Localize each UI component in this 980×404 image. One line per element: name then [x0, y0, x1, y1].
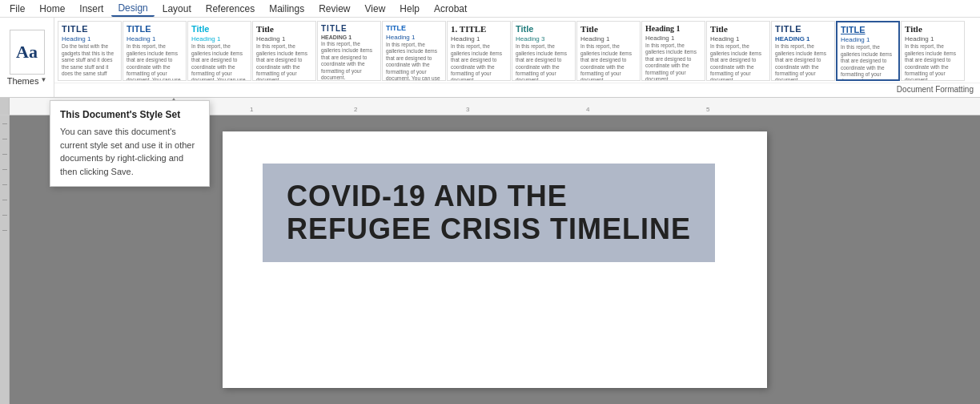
style-set-9[interactable]: Title Heading 1 In this report, the gall… [576, 21, 641, 81]
menu-design[interactable]: Design [111, 1, 154, 17]
ss4-heading: Heading 1 [256, 35, 312, 42]
ss6-title: TITLE [386, 24, 442, 33]
doc-title-block: COVID-19 AND THE REFUGEE CRISIS TIMELINE [263, 164, 715, 262]
menu-help[interactable]: Help [393, 2, 426, 16]
ss9-body: In this report, the galleries include it… [580, 43, 637, 81]
ss3-heading: Heading 1 [191, 35, 247, 42]
ss8-heading: Heading 3 [516, 35, 572, 42]
ss12-heading: HEADING 1 [775, 35, 831, 42]
style-set-2[interactable]: TITLE Heading 1 In this report, the gall… [122, 21, 187, 81]
ss5-heading: HEADING 1 [321, 34, 377, 40]
menu-mailings[interactable]: Mailings [263, 2, 311, 16]
tooltip-body: You can save this document's current sty… [60, 125, 199, 178]
ss6-heading: Heading 1 [386, 34, 442, 41]
ss14-body: In this report, the galleries include it… [905, 43, 961, 81]
style-set-12[interactable]: TITLE HEADING 1 In this report, the gall… [771, 21, 835, 81]
style-set-8[interactable]: Title Heading 3 In this report, the gall… [512, 21, 576, 81]
ss1-heading: Heading 1 [62, 35, 118, 42]
style-sets-container: TITLE Heading 1 Do the twist with the ga… [54, 18, 980, 97]
style-sets-label: Document Formatting [54, 83, 980, 95]
ss9-heading: Heading 1 [580, 35, 637, 42]
ss9-title: Title [580, 24, 637, 34]
ss14-heading: Heading 1 [905, 35, 961, 42]
doc-main-title-line2: REFUGEE CRISIS TIMELINE [287, 212, 691, 245]
ss11-body: In this report, the galleries include it… [710, 43, 766, 81]
ss10-body: In this report, the galleries include it… [645, 42, 701, 81]
ss4-title: Title [256, 24, 312, 34]
ss14-title: Title [905, 24, 961, 34]
tooltip-title: This Document's Style Set [60, 109, 199, 120]
ss5-title: TITLE [321, 24, 377, 34]
themes-icon: Aa [10, 30, 45, 75]
ss7-heading: Heading 1 [451, 35, 507, 42]
ss3-body: In this report, the galleries include it… [191, 43, 247, 81]
ss13-title: TITLE [841, 25, 895, 35]
ss8-body: In this report, the galleries include it… [516, 43, 572, 81]
ss13-body: In this report, the galleries include it… [841, 44, 895, 81]
menu-insert[interactable]: Insert [73, 2, 110, 16]
menu-references[interactable]: References [199, 2, 261, 16]
ss12-title: TITLE [775, 24, 831, 34]
menu-view[interactable]: View [359, 2, 392, 16]
document-page: COVID-19 AND THE REFUGEE CRISIS TIMELINE [223, 131, 767, 388]
menu-home[interactable]: Home [33, 2, 71, 16]
style-set-10[interactable]: Heading 1 Heading 1 In this report, the … [641, 21, 705, 81]
ss7-title: 1. TITLE [451, 24, 507, 34]
menubar: File Home Insert Design Layout Reference… [0, 0, 980, 18]
left-margin-bar [0, 115, 10, 404]
ss1-body: Do the twist with the gadgets that this … [62, 43, 118, 77]
themes-dropdown-arrow: ▼ [40, 76, 46, 83]
style-set-6[interactable]: TITLE Heading 1 In this report, the gall… [382, 21, 446, 81]
ss2-title: TITLE [127, 24, 183, 34]
ribbon: Aa Themes ▼ TITLE Heading 1 Do the twist… [0, 18, 980, 98]
ss12-body: In this report, the galleries include it… [775, 43, 831, 81]
ss6-body: In this report, the galleries include it… [386, 42, 442, 81]
ss11-heading: Heading 1 [710, 35, 766, 42]
menu-layout[interactable]: Layout [156, 2, 198, 16]
main-area: This Document's Style Set You can save t… [0, 115, 980, 404]
menu-acrobat[interactable]: Acrobat [428, 2, 473, 16]
menu-file[interactable]: File [3, 2, 31, 16]
ss2-body: In this report, the galleries include it… [127, 43, 183, 81]
style-set-3[interactable]: Title Heading 1 In this report, the gall… [187, 21, 251, 81]
ss11-title: Title [710, 24, 766, 34]
style-set-4[interactable]: Title Heading 1 In this report, the gall… [252, 21, 316, 81]
menu-review[interactable]: Review [312, 2, 356, 16]
style-set-1[interactable]: TITLE Heading 1 Do the twist with the ga… [58, 21, 122, 81]
themes-button[interactable]: Aa Themes ▼ [0, 18, 54, 97]
style-sets-scroll: TITLE Heading 1 Do the twist with the ga… [54, 19, 980, 83]
ss4-body: In this report, the galleries include it… [256, 43, 312, 81]
doc-main-title-line1: COVID-19 AND THE [287, 180, 691, 212]
themes-label: Themes [7, 76, 39, 86]
ss13-heading: Heading 1 [841, 36, 895, 43]
style-set-14[interactable]: Title Heading 1 In this report, the gall… [901, 21, 965, 81]
ss7-body: In this report, the galleries include it… [451, 43, 507, 81]
ss8-title: Title [516, 24, 572, 34]
tooltip-box: This Document's Style Set You can save t… [50, 100, 210, 187]
ruler-left-margin [0, 98, 10, 115]
style-set-11[interactable]: Title Heading 1 In this report, the gall… [706, 21, 770, 81]
style-set-13[interactable]: TITLE Heading 1 In this report, the gall… [836, 21, 900, 81]
ss10-title: Heading 1 [645, 24, 701, 34]
ss1-title: TITLE [62, 24, 118, 34]
ss3-title: Title [191, 24, 247, 34]
style-set-7[interactable]: 1. TITLE Heading 1 In this report, the g… [447, 21, 511, 81]
ss2-heading: Heading 1 [127, 35, 183, 42]
style-set-5[interactable]: TITLE HEADING 1 In this report, the gall… [317, 21, 381, 81]
ss5-body: In this report, the galleries include it… [321, 41, 377, 81]
ss10-heading: Heading 1 [645, 34, 701, 42]
